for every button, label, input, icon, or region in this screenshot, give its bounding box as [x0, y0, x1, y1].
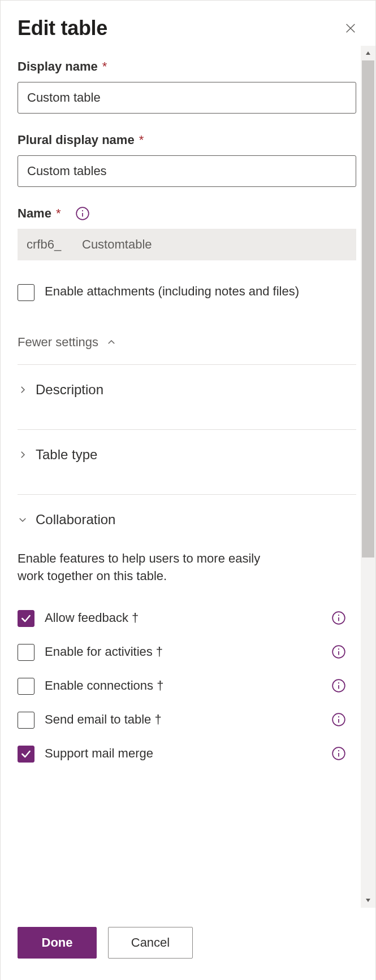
svg-point-7	[338, 615, 339, 616]
scroll-down-arrow[interactable]	[361, 893, 375, 908]
send-email-checkbox[interactable]	[18, 712, 34, 729]
svg-marker-21	[366, 899, 370, 902]
required-marker: *	[139, 133, 144, 147]
allow-feedback-label: Allow feedback †	[45, 609, 139, 626]
close-icon[interactable]	[343, 20, 358, 36]
panel-footer: Done Cancel	[1, 908, 375, 980]
form-content: Display name * Plural display name * Nam…	[1, 46, 360, 908]
info-icon[interactable]	[331, 746, 346, 761]
scrollbar[interactable]	[361, 46, 375, 908]
enable-connections-row: Enable connections †	[18, 669, 356, 703]
name-label: Name *	[18, 206, 356, 221]
enable-attachments-row: Enable attachments (including notes and …	[18, 280, 356, 304]
support-mail-merge-label: Support mail merge	[45, 745, 153, 762]
name-field: Name * crfb6_ Customtable	[18, 206, 356, 260]
plural-display-name-input[interactable]	[18, 155, 356, 187]
plural-display-name-field: Plural display name *	[18, 133, 356, 187]
enable-activities-label: Enable for activities †	[45, 643, 163, 660]
svg-point-19	[338, 750, 339, 751]
info-icon[interactable]	[331, 712, 346, 727]
svg-point-16	[338, 716, 339, 717]
chevron-down-icon	[18, 515, 28, 525]
info-icon[interactable]	[331, 644, 346, 659]
scroll-area: Display name * Plural display name * Nam…	[1, 46, 375, 908]
scroll-up-arrow[interactable]	[361, 46, 375, 60]
allow-feedback-row: Allow feedback †	[18, 601, 356, 635]
send-email-row: Send email to table †	[18, 703, 356, 737]
enable-activities-checkbox[interactable]	[18, 644, 34, 661]
fewer-settings-toggle[interactable]: Fewer settings	[18, 335, 116, 350]
done-button[interactable]: Done	[18, 927, 97, 959]
chevron-up-icon	[106, 337, 116, 347]
support-mail-merge-checkbox[interactable]	[18, 746, 34, 763]
enable-connections-checkbox[interactable]	[18, 678, 34, 695]
chevron-right-icon	[18, 385, 28, 395]
enable-activities-row: Enable for activities †	[18, 635, 356, 669]
edit-table-panel: Edit table Display name * Plural display…	[0, 0, 376, 980]
name-input: Customtable	[73, 229, 356, 260]
svg-marker-20	[366, 51, 370, 55]
name-prefix: crfb6_	[18, 229, 73, 260]
enable-attachments-checkbox[interactable]	[18, 284, 34, 301]
accordion-description[interactable]: Description	[18, 365, 356, 415]
display-name-label: Display name *	[18, 59, 356, 74]
name-input-group: crfb6_ Customtable	[18, 229, 356, 260]
info-icon[interactable]	[331, 678, 346, 693]
support-mail-merge-row: Support mail merge	[18, 737, 356, 770]
allow-feedback-checkbox[interactable]	[18, 610, 34, 627]
required-marker: *	[56, 206, 61, 221]
display-name-input[interactable]	[18, 82, 356, 114]
svg-point-10	[338, 648, 339, 650]
cancel-button[interactable]: Cancel	[108, 927, 193, 959]
enable-attachments-label: Enable attachments (including notes and …	[45, 283, 356, 300]
chevron-right-icon	[18, 450, 28, 460]
plural-display-name-label: Plural display name *	[18, 133, 356, 147]
svg-point-4	[82, 210, 83, 211]
scrollbar-thumb[interactable]	[362, 60, 374, 557]
panel-header: Edit table	[1, 1, 375, 46]
accordion-collaboration[interactable]: Collaboration	[18, 495, 356, 545]
display-name-field: Display name *	[18, 59, 356, 114]
page-title: Edit table	[18, 16, 107, 40]
accordion-table-type[interactable]: Table type	[18, 430, 356, 480]
info-icon[interactable]	[331, 611, 346, 625]
enable-connections-label: Enable connections †	[45, 677, 163, 694]
info-icon[interactable]	[75, 206, 90, 221]
required-marker: *	[102, 59, 107, 74]
send-email-label: Send email to table †	[45, 711, 162, 728]
collaboration-description: Enable features to help users to more ea…	[18, 550, 283, 585]
svg-point-13	[338, 682, 339, 683]
